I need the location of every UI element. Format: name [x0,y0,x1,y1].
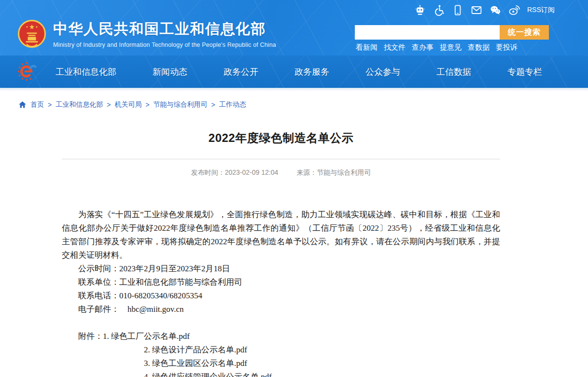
nav-item-gov-disclosure[interactable]: 政务公开 [224,66,258,78]
source-label: 来源： [296,168,317,176]
nav-item-gov-services[interactable]: 政务服务 [294,66,329,78]
search-input[interactable] [355,25,500,40]
quick-links: 看新闻 找文件 查办事 提意见 查数据 要投诉 [356,43,518,52]
breadcrumb-separator: > [211,101,215,109]
article-body: 为落实《“十四五”工业绿色发展规划》，全面推行绿色制造，助力工业领域实现碳达峰、… [62,208,500,377]
header-fade-strip [0,88,588,91]
nav-item-news[interactable]: 新闻动态 [153,66,187,78]
attachment-green-supply-chain[interactable]: 4. 绿色供应链管理企业公示名单.pdf [144,370,500,377]
quick-link-complaints[interactable]: 要投诉 [496,43,518,52]
attachment-green-factory[interactable]: 1. 绿色工厂公示名单.pdf [103,332,190,341]
site-titles: 中华人民共和国工业和信息化部 Ministry of Industry and … [53,19,276,48]
attachment-green-design-products[interactable]: 2. 绿色设计产品公示名单.pdf [144,343,500,357]
main-nav: 工业和信息化部 新闻动态 政务公开 政务服务 公众参与 工信数据 专题专栏 [0,56,588,88]
page: RSS订阅 中华人民共和国工业和信息化部 Ministry of Indust [0,0,588,377]
accessibility-icon[interactable] [433,4,445,16]
publish-time-label: 发布时间： [191,168,225,176]
quick-link-services[interactable]: 查办事 [412,43,434,52]
site-title: 中华人民共和国工业和信息化部 [53,19,276,39]
quick-link-documents[interactable]: 找文件 [384,43,406,52]
breadcrumb-miit[interactable]: 工业和信息化部 [56,100,103,109]
breadcrumb-energy-dept[interactable]: 节能与综合利用司 [154,100,208,109]
header-utility-icons: RSS订阅 [414,4,555,16]
breadcrumb-separator: > [107,101,111,109]
home-icon[interactable] [18,101,27,109]
ai-assistant-icon[interactable] [414,4,426,16]
nav-items: 工业和信息化部 新闻动态 政务公开 政务服务 公众参与 工信数据 专题专栏 [56,56,542,88]
attachments: 附件：1. 绿色工厂公示名单.pdf 2. 绿色设计产品公示名单.pdf 3. … [62,330,500,377]
publicity-period-line: 公示时间：2023年2月9日至2023年2月18日 [62,262,500,276]
weibo-icon[interactable] [508,4,520,16]
mobile-icon[interactable] [452,4,463,16]
breadcrumb-separator: > [145,101,149,109]
contact-phone-line: 联系电话：010-68205340/68205354 [62,289,500,303]
source-value: 节能与综合利用司 [317,168,371,176]
article-paragraph: 为落实《“十四五”工业绿色发展规划》，全面推行绿色制造，助力工业领域实现碳达峰、… [62,208,500,262]
rss-subscribe-link[interactable]: RSS订阅 [527,6,555,14]
article-title: 2022年度绿色制造名单公示 [62,130,500,146]
miit-spiral-logo-icon[interactable] [17,61,37,82]
quick-link-news[interactable]: 看新闻 [356,43,378,52]
nav-item-public-participation[interactable]: 公众参与 [365,66,400,78]
site-header: RSS订阅 中华人民共和国工业和信息化部 Ministry of Indust [0,0,588,56]
contact-unit-line: 联系单位：工业和信息化部节能与综合利用司 [62,276,500,289]
breadcrumb: 首页 > 工业和信息化部 > 机关司局 > 节能与综合利用司 > 工作动态 [0,91,588,109]
nav-item-special-topics[interactable]: 专题专栏 [507,66,542,78]
quick-link-data[interactable]: 查数据 [468,43,490,52]
title-divider [62,159,500,159]
breadcrumb-home[interactable]: 首页 [30,100,44,109]
nav-item-industry-data[interactable]: 工信数据 [436,66,471,78]
contact-email-line: 电子邮件： hbc@miit.gov.cn [62,303,500,316]
breadcrumb-work-updates: 工作动态 [219,100,246,109]
article: 2022年度绿色制造名单公示 发布时间：2023-02-09 12:04来源：节… [62,130,500,377]
attachment-green-industrial-parks[interactable]: 3. 绿色工业园区公示名单.pdf [144,357,500,370]
breadcrumb-departments[interactable]: 机关司局 [114,100,141,109]
publish-time: 2023-02-09 12:04 [225,168,279,176]
nav-item-miit[interactable]: 工业和信息化部 [56,66,116,78]
national-emblem-icon [17,19,46,49]
site-subtitle: Ministry of Industry and Information Tec… [53,42,276,48]
search-button[interactable]: 统一搜索 [500,25,549,40]
mail-icon[interactable] [471,4,482,16]
breadcrumb-separator: > [48,101,52,109]
attachments-label: 附件： [78,332,103,341]
quick-link-suggestions[interactable]: 提意见 [440,43,462,52]
site-logo-block[interactable]: 中华人民共和国工业和信息化部 Ministry of Industry and … [17,19,276,49]
wechat-icon[interactable] [490,4,501,16]
article-meta: 发布时间：2023-02-09 12:04来源：节能与综合利用司 [62,168,500,177]
unified-search: 统一搜索 [355,25,549,40]
